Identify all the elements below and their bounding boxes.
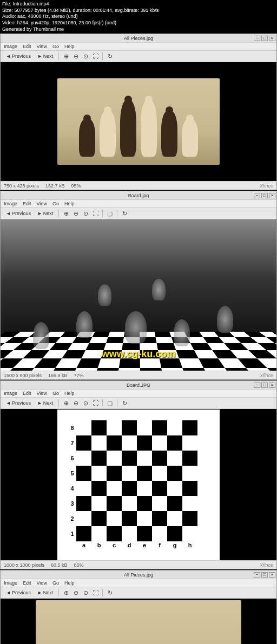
zoom-out-icon[interactable]: ⊖ [72, 399, 80, 407]
board-square [182, 420, 197, 435]
board-square [122, 526, 137, 541]
close-button[interactable]: × [269, 383, 275, 388]
board-square [107, 481, 122, 496]
next-button[interactable]: ► Next [35, 400, 55, 406]
board-square [167, 511, 182, 526]
menu-go[interactable]: Go [52, 201, 59, 206]
zoom-fit-icon[interactable]: ⛶ [91, 399, 99, 407]
close-button[interactable]: × [269, 36, 275, 41]
board-square [152, 451, 167, 466]
board-square [91, 435, 107, 451]
rotate-icon[interactable]: ↻ [106, 589, 114, 596]
rotate-icon[interactable]: ↻ [106, 52, 114, 60]
menu-go[interactable]: Go [52, 580, 59, 586]
maximize-button[interactable]: □ [261, 36, 268, 41]
titlebar: All Pieces.jpg − □ × [1, 34, 276, 43]
maximize-button[interactable]: □ [261, 193, 268, 198]
zoom-fit-icon[interactable]: ⛶ [91, 52, 99, 60]
status-filesize: 166.9 kB [48, 373, 68, 378]
image-viewport[interactable]: 87654321abcdefgh [1, 409, 276, 560]
menu-image[interactable]: Image [4, 201, 17, 206]
zoom-in-icon[interactable]: ⊕ [62, 399, 70, 407]
menu-help[interactable]: Help [64, 201, 75, 206]
col-label: a [76, 541, 91, 549]
board-square [122, 435, 137, 451]
board-square [137, 526, 152, 541]
close-button[interactable]: × [269, 193, 275, 198]
menu-go[interactable]: Go [52, 44, 59, 49]
board-square [107, 526, 122, 541]
menu-view[interactable]: View [37, 580, 47, 586]
maximize-button[interactable]: □ [261, 383, 268, 388]
status-zoom: 95% [71, 183, 81, 189]
rotate-icon[interactable]: ↻ [121, 210, 128, 217]
board-square [122, 451, 137, 466]
menu-edit[interactable]: Edit [23, 391, 31, 396]
zoom-out-icon[interactable]: ⊖ [72, 589, 80, 596]
zoom-actual-icon[interactable]: ⊙ [82, 210, 89, 217]
menu-edit[interactable]: Edit [23, 44, 31, 49]
board-square [182, 526, 197, 541]
board-square [167, 481, 182, 496]
previous-button[interactable]: ◄ Previous [4, 210, 33, 217]
close-button[interactable]: × [269, 572, 275, 578]
crop-icon[interactable]: ▢ [106, 399, 114, 407]
minimize-button[interactable]: − [254, 36, 260, 41]
crop-icon[interactable]: ▢ [106, 210, 114, 217]
menu-help[interactable]: Help [64, 391, 75, 396]
row-label: 2 [68, 511, 76, 526]
zoom-actual-icon[interactable]: ⊙ [82, 589, 89, 596]
menu-image[interactable]: Image [4, 391, 17, 396]
menu-help[interactable]: Help [64, 580, 75, 586]
board-square [152, 466, 167, 481]
minimize-button[interactable]: − [254, 383, 260, 388]
zoom-in-icon[interactable]: ⊕ [62, 52, 70, 60]
menu-image[interactable]: Image [4, 580, 17, 586]
board-square [122, 511, 137, 526]
board-square [107, 511, 122, 526]
previous-button[interactable]: ◄ Previous [4, 53, 33, 59]
next-button[interactable]: ► Next [35, 210, 55, 217]
next-button[interactable]: ► Next [35, 589, 55, 596]
zoom-fit-icon[interactable]: ⛶ [91, 210, 99, 217]
board-square [182, 451, 197, 466]
image-viewport[interactable] [1, 599, 276, 644]
image-viewer-window: Board.jpg − □ × Image Edit View Go Help … [0, 191, 277, 380]
menu-edit[interactable]: Edit [23, 201, 31, 206]
menu-go[interactable]: Go [52, 391, 59, 396]
zoom-out-icon[interactable]: ⊖ [72, 52, 80, 60]
titlebar: Board.JPG − □ × [1, 381, 276, 390]
image-viewport[interactable]: www.cg-ku.com [1, 219, 276, 371]
board-square [76, 466, 91, 481]
menu-view[interactable]: View [37, 391, 47, 396]
zoom-in-icon[interactable]: ⊕ [62, 589, 70, 596]
maximize-button[interactable]: □ [261, 572, 268, 578]
window-title: Board.JPG [127, 383, 150, 388]
zoom-actual-icon[interactable]: ⊙ [82, 399, 89, 407]
zoom-in-icon[interactable]: ⊕ [62, 210, 70, 217]
zoom-out-icon[interactable]: ⊖ [72, 210, 80, 217]
rotate-icon[interactable]: ↻ [121, 399, 128, 407]
menu-image[interactable]: Image [4, 44, 17, 49]
board-square [107, 435, 122, 451]
image-viewer-window: All Pieces.jpg − □ × Image Edit View Go … [0, 33, 277, 190]
board-square [137, 451, 152, 466]
minimize-button[interactable]: − [254, 572, 260, 578]
viewer-name: Xfince [260, 562, 273, 568]
zoom-actual-icon[interactable]: ⊙ [82, 52, 89, 60]
previous-button[interactable]: ◄ Previous [4, 400, 33, 406]
board-square [107, 496, 122, 511]
minimize-button[interactable]: − [254, 193, 260, 198]
toolbar: ◄ Previous ► Next ⊕ ⊖ ⊙ ⛶ ▢ ↻ [1, 208, 276, 219]
previous-button[interactable]: ◄ Previous [4, 589, 33, 596]
menu-help[interactable]: Help [64, 44, 75, 49]
row-label: 3 [68, 496, 76, 511]
image-viewport[interactable] [1, 62, 276, 181]
menu-edit[interactable]: Edit [23, 580, 31, 586]
board-square [91, 496, 107, 511]
zoom-fit-icon[interactable]: ⛶ [91, 589, 99, 596]
menu-view[interactable]: View [37, 44, 47, 49]
menu-view[interactable]: View [37, 201, 47, 206]
next-button[interactable]: ► Next [35, 53, 55, 59]
board-square [76, 435, 91, 451]
